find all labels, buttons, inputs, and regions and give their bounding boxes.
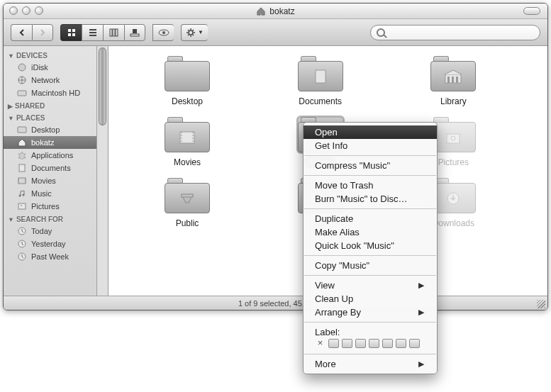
sidebar-section-shared[interactable]: ▶SHARED (4, 99, 96, 111)
svg-rect-20 (18, 203, 26, 209)
view-coverflow-button[interactable] (124, 24, 145, 41)
menu-item-copy[interactable]: Copy "Music" (304, 259, 437, 272)
svg-point-10 (162, 31, 165, 34)
svg-rect-3 (72, 33, 75, 36)
menu-item-make-alias[interactable]: Make Alias (304, 225, 437, 239)
menu-separator (304, 354, 436, 354)
folder-public[interactable]: Public (134, 178, 240, 229)
folder-documents[interactable]: Documents (267, 56, 374, 107)
menu-item-move-to-trash[interactable]: Move to Trash (304, 179, 437, 192)
sidebar-item-applications[interactable]: Applications (4, 149, 96, 162)
sidebar-section-devices[interactable]: ▼DEVICES (4, 49, 96, 61)
toolbar-toggle-button[interactable] (523, 7, 540, 15)
sidebar-item-music[interactable]: Music (4, 187, 96, 200)
view-switcher (60, 24, 145, 41)
sidebar-item-network[interactable]: Network (4, 74, 96, 86)
coverflow-view-icon (130, 28, 140, 37)
search-input[interactable] (389, 28, 534, 37)
view-icon-button[interactable] (60, 24, 82, 41)
label-swatch-5[interactable] (382, 339, 393, 348)
menu-item-get-info[interactable]: Get Info (304, 139, 437, 152)
downloads-icon (443, 189, 463, 208)
desktop-icon (16, 125, 27, 135)
svg-rect-0 (68, 29, 71, 32)
library-icon (443, 67, 463, 86)
menu-separator (304, 255, 436, 256)
zoom-button[interactable] (35, 6, 43, 15)
quicklook-button[interactable] (152, 24, 174, 41)
menu-item-duplicate[interactable]: Duplicate (304, 212, 437, 225)
column-view-icon (109, 28, 119, 37)
minimize-button[interactable] (22, 6, 30, 15)
sidebar-item-bokatz[interactable]: bokatz (4, 136, 96, 149)
menu-item-arrange-by[interactable]: Arrange By▶ (304, 306, 437, 319)
close-button[interactable] (9, 6, 18, 15)
submenu-arrow-icon: ▶ (418, 281, 424, 290)
music-icon (16, 189, 27, 198)
svg-rect-7 (133, 29, 137, 33)
view-column-button[interactable] (103, 24, 124, 41)
folder-library[interactable]: Library (400, 56, 506, 107)
svg-point-21 (21, 205, 22, 206)
apps-icon (16, 151, 27, 160)
sidebar-item-past-week[interactable]: Past Week (4, 250, 96, 263)
context-menu: Open Get Info Compress "Music" Move to T… (303, 122, 438, 374)
window-body: ▼DEVICES iDisk Network Macintosh HD ▶SHA… (4, 46, 547, 296)
scrollbar-track[interactable] (97, 127, 108, 296)
chevron-down-icon: ▼ (198, 29, 204, 35)
forward-button[interactable] (32, 24, 53, 41)
action-menu-button[interactable]: ▼ (181, 24, 208, 41)
svg-rect-1 (72, 29, 75, 32)
sidebar-item-movies[interactable]: Movies (4, 174, 96, 187)
sidebar-section-search[interactable]: ▼SEARCH FOR (4, 213, 96, 225)
svg-rect-17 (18, 178, 26, 184)
sidebar-item-idisk[interactable]: iDisk (4, 61, 96, 74)
svg-rect-5 (113, 29, 115, 36)
public-icon (177, 189, 197, 208)
clock-icon (16, 240, 27, 249)
menu-separator (304, 175, 436, 176)
sidebar-item-desktop[interactable]: Desktop (4, 123, 96, 136)
folder-desktop[interactable]: Desktop (134, 56, 240, 107)
sidebar-item-documents[interactable]: Documents (4, 162, 96, 174)
folder-movies[interactable]: Movies (134, 117, 240, 168)
svg-rect-29 (456, 77, 458, 83)
sidebar-item-pictures[interactable]: Pictures (4, 200, 96, 213)
sidebar: ▼DEVICES iDisk Network Macintosh HD ▶SHA… (4, 46, 97, 296)
menu-item-more[interactable]: More▶ (304, 357, 437, 371)
label-swatch-1[interactable] (328, 339, 339, 348)
label-swatch-4[interactable] (369, 339, 379, 348)
sidebar-scrollbar[interactable] (97, 46, 108, 296)
menu-item-open[interactable]: Open (304, 125, 437, 139)
scrollbar-thumb[interactable] (99, 47, 106, 125)
menu-item-compress[interactable]: Compress "Music" (304, 159, 437, 172)
back-button[interactable] (11, 24, 32, 41)
movies-icon (16, 177, 27, 186)
sidebar-section-places[interactable]: ▼PLACES (4, 111, 96, 123)
label-swatch-2[interactable] (342, 339, 352, 348)
sidebar-item-macintosh-hd[interactable]: Macintosh HD (4, 86, 96, 99)
menu-item-burn[interactable]: Burn "Music" to Disc… (304, 192, 437, 206)
label-clear[interactable]: × (315, 339, 325, 348)
home-icon (256, 7, 266, 16)
label-swatch-6[interactable] (396, 339, 406, 348)
menu-item-view[interactable]: View▶ (304, 279, 437, 292)
sidebar-item-today[interactable]: Today (4, 225, 96, 237)
sidebar-item-yesterday[interactable]: Yesterday (4, 237, 96, 250)
view-list-button[interactable] (82, 24, 103, 41)
menu-label-header: Label: (304, 325, 437, 337)
menu-item-clean-up[interactable]: Clean Up (304, 292, 437, 306)
svg-rect-14 (18, 91, 26, 96)
svg-rect-4 (110, 29, 112, 36)
label-swatch-3[interactable] (355, 339, 366, 348)
label-swatch-7[interactable] (409, 339, 420, 348)
list-view-icon (89, 28, 97, 37)
svg-point-18 (18, 195, 21, 197)
resize-handle[interactable] (537, 300, 545, 308)
toolbar: ▼ (4, 19, 547, 46)
svg-rect-8 (130, 34, 139, 36)
finder-window: bokatz (3, 3, 548, 310)
search-field[interactable] (370, 25, 540, 40)
menu-item-quick-look[interactable]: Quick Look "Music" (304, 239, 437, 252)
disclosure-triangle-icon: ▼ (8, 115, 14, 122)
